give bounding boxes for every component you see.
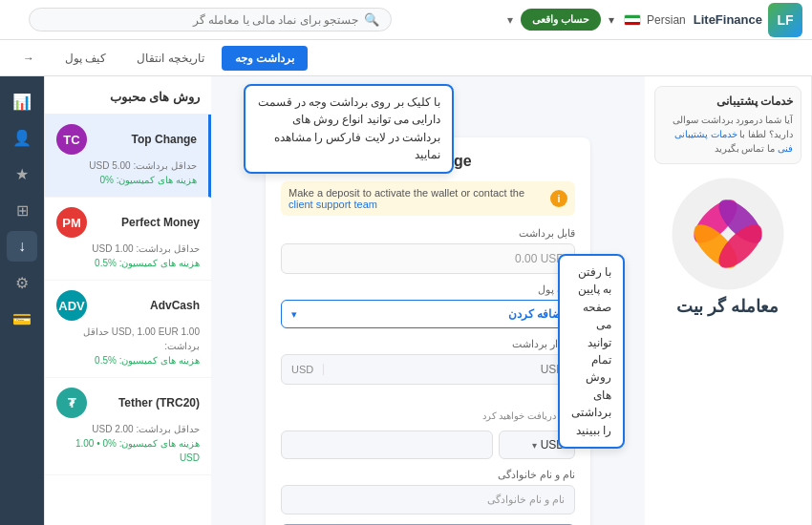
- payment-info-line2: هزینه های کمیسیون: %0.5: [56, 353, 200, 368]
- available-value: 0.00 USD: [281, 243, 575, 274]
- main-layout: خدمات پشتیبانی آیا شما درمورد برداشت سوا…: [0, 76, 812, 525]
- receive-label: از: [281, 394, 575, 407]
- payment-icon: PM: [56, 207, 87, 238]
- tab-withdraw[interactable]: برداشت وجه: [222, 46, 308, 71]
- wallet-select-label: اضافه کردن: [303, 307, 565, 321]
- notice-text: Make a deposit to activate the wallet or…: [288, 187, 545, 210]
- name-placeholder: نام و نام خانوادگی: [281, 485, 575, 514]
- lang-chevron: ▾: [609, 13, 614, 27]
- payment-cards-container: Top Change TC حداقل برداشت: 5.00 USD هزی…: [45, 115, 211, 475]
- info-icon: i: [550, 190, 567, 207]
- support-box: خدمات پشتیبانی آیا شما درمورد برداشت سوا…: [654, 86, 801, 164]
- lang-label: Persian: [647, 13, 686, 27]
- receive-chevron-icon: ▾: [532, 440, 537, 451]
- amount-input[interactable]: [324, 355, 574, 384]
- available-label: قابل برداشت: [281, 227, 575, 240]
- sidebar-icon-star[interactable]: ★: [7, 158, 37, 189]
- payment-name: Perfect Money: [121, 216, 200, 229]
- payment-info-line2: هزینه های کمیسیون: %0.5: [56, 256, 200, 270]
- account-btn[interactable]: حساب واقعی: [521, 9, 601, 31]
- tab-wallet[interactable]: کیف پول: [52, 46, 119, 71]
- nav-tabs-bar: برداشت وجه تاریخچه انتقال کیف پول →: [0, 40, 812, 76]
- payment-icon: ₮: [56, 388, 87, 418]
- receive-input[interactable]: [281, 430, 493, 459]
- amount-label: مقدار برداشت: [281, 338, 575, 350]
- notice-link[interactable]: client support team: [288, 199, 377, 210]
- payment-name: AdvCash: [150, 299, 200, 312]
- logo-icon: LF: [768, 3, 802, 37]
- payment-info: حداقل برداشت: 2.00 USD هزینه های کمیسیون…: [56, 422, 200, 465]
- header-dropdown-arrow[interactable]: ▾: [507, 13, 513, 27]
- sidebar-icon-grid[interactable]: ⊞: [7, 195, 37, 225]
- payment-info-line2: هزینه های کمیسیون: %0 • 1.00 USD: [56, 436, 200, 465]
- left-panel: خدمات پشتیبانی آیا شما درمورد برداشت سوا…: [645, 76, 812, 525]
- currency-badge: USD: [282, 364, 324, 375]
- sidebar: 📊 👤 ★ ⊞ ↓ ⚙ 💳: [0, 76, 44, 525]
- payment-info-line1: حداقل برداشت: 2.00 USD: [56, 422, 200, 436]
- right-panel-title: روش های محبوب: [45, 84, 211, 115]
- search-bar: 🔍: [29, 8, 392, 32]
- payment-card-top-change[interactable]: Top Change TC حداقل برداشت: 5.00 USD هزی…: [45, 115, 211, 198]
- flag-icon: [624, 14, 641, 26]
- tooltip-box-1: با کلیک بر روی برداشت وجه در قسمت دارایی…: [244, 84, 454, 174]
- payment-info: حداقل برداشت: 5.00 USD هزینه های کمیسیون…: [56, 158, 197, 187]
- search-input[interactable]: [41, 13, 358, 27]
- receive-info: شما دریافت خواهید کرد: [281, 410, 575, 421]
- sidebar-icon-settings[interactable]: ⚙: [7, 267, 37, 298]
- tab-history[interactable]: تاریخچه انتقال: [123, 46, 217, 71]
- tooltip-box-2: با رفتن به پایین صفحه می توانید تمام روش…: [558, 254, 625, 449]
- receive-field: USD ▾: [281, 430, 575, 459]
- sidebar-icon-withdraw[interactable]: ↓: [7, 231, 37, 262]
- payment-info-line1: حداقل برداشت: 5.00 USD: [56, 158, 197, 173]
- form-section: Top Change i Make a deposit to activate …: [266, 137, 590, 525]
- brand-logo: [666, 172, 790, 296]
- payment-info: 1.00 USD, 1.00 EUR حداقل برداشت: هزینه ه…: [56, 325, 200, 368]
- search-icon: 🔍: [364, 12, 379, 27]
- tab-back-arrow[interactable]: →: [10, 46, 48, 71]
- right-panel: روش های محبوب Top Change TC حداقل برداشت…: [44, 76, 211, 525]
- brand-name: معامله گر بیت: [654, 296, 801, 317]
- top-bar-right: LF LiteFinance Persian ▾ حساب واقعی ▾: [507, 3, 802, 37]
- payment-name: Top Change: [132, 133, 197, 146]
- payment-card-perfect-money[interactable]: Perfect Money PM حداقل برداشت: 1.00 USD …: [45, 198, 211, 281]
- wallet-label: کیف پول: [281, 284, 575, 296]
- payment-info-line1: حداقل برداشت: 1.00 USD: [56, 242, 200, 256]
- top-bar: LF LiteFinance Persian ▾ حساب واقعی ▾ 🔍: [0, 0, 812, 40]
- wallet-select[interactable]: اضافه کردن ▾: [281, 300, 575, 328]
- payment-name: Tether (TRC20): [118, 396, 200, 410]
- sidebar-icon-user[interactable]: 👤: [7, 122, 37, 153]
- amount-field: USD: [281, 354, 575, 385]
- name-label: نام و نام خانوادگی: [281, 469, 575, 481]
- svg-point-0: [673, 178, 784, 290]
- payment-card-advcash[interactable]: AdvCash ADV 1.00 USD, 1.00 EUR حداقل برد…: [45, 281, 211, 378]
- payment-icon: ADV: [56, 290, 87, 321]
- notice-row: i Make a deposit to activate the wallet …: [281, 181, 575, 216]
- payment-info: حداقل برداشت: 1.00 USD هزینه های کمیسیون…: [56, 242, 200, 270]
- payment-icon: TC: [56, 124, 87, 155]
- support-text: آیا شما درمورد برداشت سوالی دارید؟ لطفا …: [663, 113, 793, 156]
- logo-text: LiteFinance: [694, 12, 762, 27]
- sidebar-icon-chart[interactable]: 📊: [7, 86, 37, 116]
- wallet-chevron-icon: ▾: [291, 308, 297, 321]
- support-title: خدمات پشتیبانی: [663, 94, 793, 108]
- payment-info-line1: 1.00 USD, 1.00 EUR حداقل برداشت:: [56, 325, 200, 353]
- logo-area: LF LiteFinance: [694, 3, 802, 37]
- payment-card-tether-(trc20)[interactable]: Tether (TRC20) ₮ حداقل برداشت: 2.00 USD …: [45, 378, 211, 475]
- lang-selector[interactable]: Persian ▾: [609, 13, 686, 27]
- sidebar-icon-card[interactable]: 💳: [7, 304, 37, 334]
- payment-info-line2: هزینه های کمیسیون: %0: [56, 173, 197, 187]
